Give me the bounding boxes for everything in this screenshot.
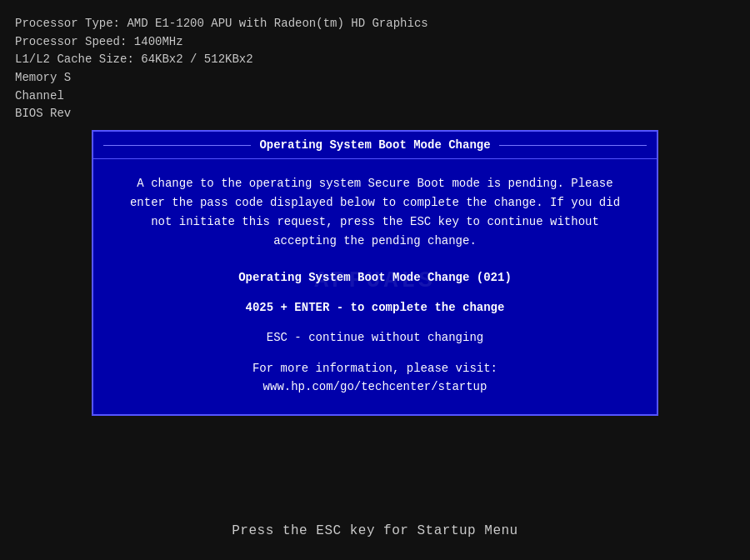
bottom-bar: Press the ESC key for Startup Menu — [0, 502, 750, 560]
processor-type-line: Processor Type: AMD E1-1200 APU with Rad… — [15, 15, 735, 33]
processor-speed-line: Processor Speed: 1400MHz — [15, 33, 735, 52]
startup-menu-hint: Press the ESC key for Startup Menu — [232, 523, 518, 538]
dialog-title-bar: Operating System Boot Mode Change — [93, 132, 657, 159]
cache-size-line: L1/L2 Cache Size: 64KBx2 / 512KBx2 — [15, 51, 735, 69]
memory-line: Memory S — [15, 69, 735, 88]
bios-rev-line: BIOS Rev — [15, 105, 735, 123]
dialog-esc-instruction: ESC - continue without changing — [118, 328, 632, 347]
dialog-container: Operating System Boot Mode Change A chan… — [15, 130, 735, 502]
dialog-intro-text: A change to the operating system Secure … — [118, 174, 632, 251]
dialog-code-label: Operating System Boot Mode Change (021) — [118, 268, 632, 287]
dialog-info-url: www.hp.com/go/techcenter/startup — [263, 380, 488, 393]
channel-line: Channel — [15, 88, 735, 106]
dialog-info-label: For more information, please visit: www.… — [118, 359, 632, 397]
boot-mode-dialog: Operating System Boot Mode Change A chan… — [92, 130, 658, 416]
dialog-body: A change to the operating system Secure … — [93, 159, 657, 396]
system-info: Processor Type: AMD E1-1200 APU with Rad… — [0, 0, 750, 123]
dialog-enter-instruction: 4025 + ENTER - to complete the change — [118, 298, 632, 317]
bios-screen: Processor Type: AMD E1-1200 APU with Rad… — [0, 0, 750, 560]
dialog-title: Operating System Boot Mode Change — [251, 138, 498, 152]
